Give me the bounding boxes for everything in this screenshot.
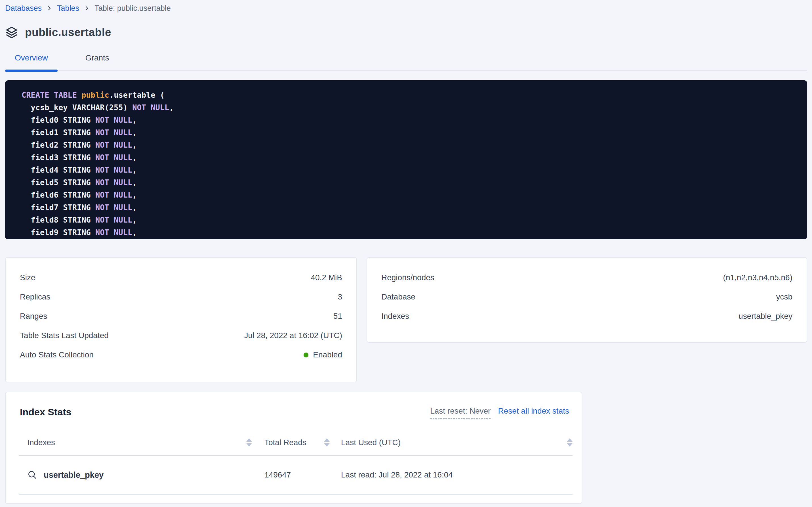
total-reads-value: 149647 [264,470,291,480]
code-line: field3 STRING NOT NULL, [21,151,802,164]
last-used-cell: Last read: Jul 28, 2022 at 16:04 [341,470,572,480]
sort-icon[interactable] [246,438,252,447]
table-stats-panel: Size 40.2 MiB Replicas 3 Ranges 51 Table… [5,257,357,382]
last-used-value: Last read: Jul 28, 2022 at 16:04 [341,470,453,480]
table-info-panel: Regions/nodes (n1,n2,n3,n4,n5,n6) Databa… [367,257,807,343]
stat-row-replicas: Replicas 3 [20,287,342,306]
breadcrumb-link-databases[interactable]: Databases [5,4,42,13]
stat-label: Ranges [20,312,47,321]
sort-icon[interactable] [324,438,330,447]
tab-bar: Overview Grants [5,53,807,71]
index-stats-table: Indexes Total Reads Last Used (UTC) [19,430,572,495]
stat-row-ranges: Ranges 51 [20,306,342,326]
column-label: Last Used (UTC) [341,438,400,447]
chevron-right-icon [46,5,53,11]
last-reset-label[interactable]: Last reset: Never [430,406,491,419]
code-line: field1 STRING NOT NULL, [21,126,802,139]
code-line: field0 STRING NOT NULL, [21,114,802,126]
breadcrumb: Databases Tables Table: public.usertable [5,3,807,14]
detail-panels: Size 40.2 MiB Replicas 3 Ranges 51 Table… [5,257,807,382]
stat-value: Enabled [304,350,342,359]
code-line: field2 STRING NOT NULL, [21,139,802,151]
stat-label: Size [20,273,35,282]
stat-row-size: Size 40.2 MiB [20,268,342,287]
code-line: field7 STRING NOT NULL, [21,201,802,214]
index-name-cell: usertable_pkey [19,470,264,480]
stat-value: usertable_pkey [739,312,793,321]
stat-value: (n1,n2,n3,n4,n5,n6) [723,273,793,282]
stat-row-stats-updated: Table Stats Last Updated Jul 28, 2022 at… [20,326,342,345]
stat-row-auto-stats: Auto Stats Collection Enabled [20,345,342,364]
table-row: usertable_pkey 149647 Last read: Jul 28,… [19,456,572,495]
stat-row-regions: Regions/nodes (n1,n2,n3,n4,n5,n6) [381,268,793,287]
stat-label: Database [381,292,415,301]
create-table-statement: CREATE TABLE public.usertable ( ycsb_key… [5,80,807,239]
code-line: field6 STRING NOT NULL, [21,189,802,201]
stat-value: 51 [333,312,342,321]
column-label: Indexes [27,438,55,447]
stack-icon [5,26,18,39]
stat-row-database: Database ycsb [381,287,793,306]
index-stats-panel: Index Stats Last reset: Never Reset all … [5,392,582,504]
chevron-right-icon [84,5,90,11]
stat-value: 40.2 MiB [311,273,342,282]
stat-label: Table Stats Last Updated [20,331,109,340]
stat-label: Replicas [20,292,50,301]
index-stats-actions: Last reset: Never Reset all index stats [430,406,569,419]
index-stats-title: Index Stats [20,406,71,417]
tab-grants[interactable]: Grants [76,53,119,70]
page-header: public.usertable [5,25,807,39]
magnifier-icon [27,470,38,480]
status-dot-enabled-icon [304,352,308,357]
index-stats-header: Index Stats Last reset: Never Reset all … [6,406,582,420]
page-title: public.usertable [25,26,111,39]
code-line: field8 STRING NOT NULL, [21,214,802,226]
breadcrumb-current: Table: public.usertable [95,4,171,13]
stat-value: ycsb [776,292,793,301]
stat-value: Jul 28, 2022 at 16:02 (UTC) [244,331,342,340]
code-line: field9 STRING NOT NULL, [21,226,802,239]
column-label: Total Reads [264,438,306,447]
sort-icon[interactable] [567,438,572,447]
tab-overview[interactable]: Overview [5,53,58,70]
code-line: ycsb_key VARCHAR(255) NOT NULL, [21,101,802,114]
total-reads-cell: 149647 [264,470,341,480]
column-header-last-used[interactable]: Last Used (UTC) [341,438,572,447]
stat-label: Indexes [381,312,409,321]
stat-label: Auto Stats Collection [20,350,93,359]
stat-label: Regions/nodes [381,273,434,282]
index-name: usertable_pkey [44,470,104,480]
table-details-page: Databases Tables Table: public.usertable… [0,0,812,504]
stat-row-indexes: Indexes usertable_pkey [381,306,793,326]
stat-value: 3 [337,292,342,301]
breadcrumb-link-tables[interactable]: Tables [57,4,79,13]
code-line: field4 STRING NOT NULL, [21,164,802,176]
column-header-total-reads[interactable]: Total Reads [264,438,341,447]
code-line: CREATE TABLE public.usertable ( [21,89,802,101]
table-header-row: Indexes Total Reads Last Used (UTC) [19,430,572,456]
code-line: field5 STRING NOT NULL, [21,176,802,189]
column-header-indexes[interactable]: Indexes [19,438,264,447]
reset-all-index-stats-link[interactable]: Reset all index stats [498,406,569,415]
status-text: Enabled [313,350,342,359]
index-name-link[interactable]: usertable_pkey [27,470,104,480]
